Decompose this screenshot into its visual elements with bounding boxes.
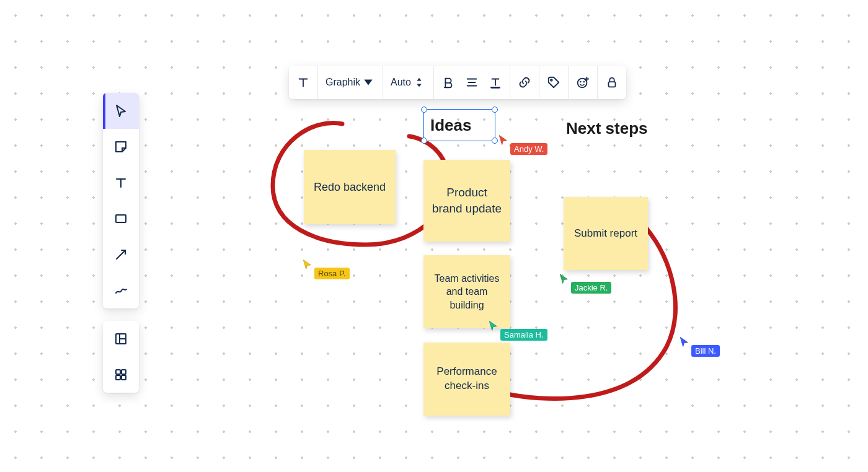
cursor-tool[interactable]	[103, 93, 139, 129]
emoji-button[interactable]	[569, 66, 598, 99]
font-size-label: Auto	[391, 77, 411, 88]
text-format-group	[434, 66, 510, 99]
peer-cursor-jackie: Jackie R.	[559, 273, 611, 294]
cursor-pointer-icon	[679, 336, 690, 347]
sticky-submit-report[interactable]: Submit report	[564, 197, 648, 270]
stepper-arrows-icon	[412, 76, 426, 89]
draw-tool[interactable]	[103, 273, 139, 308]
font-family-dropdown[interactable]: Graphik	[318, 66, 383, 99]
cursor-pointer-icon	[302, 259, 313, 270]
text-icon	[113, 175, 128, 190]
peer-cursor-samalia: Samalia H.	[488, 320, 547, 341]
rectangle-icon	[113, 211, 128, 226]
sticky-product-brand-update[interactable]: Product brand update	[423, 160, 510, 242]
peer-label: Jackie R.	[571, 282, 611, 294]
svg-point-6	[551, 79, 552, 81]
peer-label: Samalia H.	[500, 329, 547, 341]
next-steps-heading[interactable]: Next steps	[566, 119, 648, 138]
apps-tool[interactable]	[103, 357, 139, 393]
emoji-icon	[576, 76, 590, 89]
resize-handle-bl[interactable]	[421, 138, 427, 144]
svg-point-7	[578, 79, 587, 88]
shape-tool[interactable]	[103, 201, 139, 237]
text-tool[interactable]	[103, 165, 139, 201]
bold-button[interactable]	[436, 76, 460, 89]
svg-rect-2	[116, 370, 120, 374]
sticky-team-activities[interactable]: Team activities and team building	[423, 255, 510, 328]
arrow-icon	[113, 247, 128, 262]
link-icon	[518, 76, 531, 89]
sticky-icon	[113, 139, 128, 154]
text-color-icon	[489, 76, 502, 89]
resize-handle-br[interactable]	[492, 138, 498, 144]
tag-icon	[547, 76, 560, 89]
toolbox	[103, 93, 139, 393]
cursor-pointer-icon	[559, 273, 570, 284]
template-tool[interactable]	[103, 321, 139, 357]
tag-button[interactable]	[539, 66, 569, 99]
grid-icon	[113, 367, 128, 382]
svg-rect-0	[116, 215, 126, 222]
scribble-icon	[113, 283, 128, 298]
peer-cursor-andy: Andy W.	[498, 134, 547, 155]
resize-handle-tl[interactable]	[421, 107, 427, 113]
sticky-redo-backend[interactable]: Redo backend	[304, 150, 396, 224]
cursor-pointer-icon	[488, 320, 499, 331]
peer-label: Bill N.	[691, 345, 720, 357]
text-color-button[interactable]	[484, 76, 507, 89]
bold-icon	[441, 76, 455, 89]
peer-cursor-bill: Bill N.	[679, 336, 720, 357]
svg-rect-5	[122, 375, 126, 380]
layout-icon	[113, 331, 128, 346]
ideas-heading[interactable]: Ideas	[430, 110, 489, 141]
line-tool[interactable]	[103, 237, 139, 273]
toolbox-main-panel	[103, 93, 139, 308]
resize-handle-tr[interactable]	[492, 107, 498, 113]
cursor-pointer-icon	[498, 134, 509, 146]
cursor-icon	[113, 103, 128, 118]
font-size-stepper[interactable]: Auto	[383, 66, 434, 99]
align-icon	[465, 76, 479, 89]
svg-rect-10	[608, 82, 615, 87]
link-button[interactable]	[510, 66, 539, 99]
align-button[interactable]	[460, 76, 484, 89]
svg-point-9	[583, 82, 584, 82]
peer-label: Andy W.	[510, 143, 547, 155]
sticky-tool[interactable]	[103, 129, 139, 165]
dropdown-caret-icon	[361, 76, 375, 89]
text-toolbar: Graphik Auto	[289, 66, 626, 99]
peer-cursor-rosa: Rosa P.	[302, 259, 350, 279]
svg-rect-3	[122, 370, 126, 374]
font-family-label: Graphik	[326, 77, 360, 88]
text-t-icon	[296, 76, 310, 89]
text-selection[interactable]: Ideas	[423, 109, 495, 141]
lock-button[interactable]	[598, 66, 626, 99]
svg-point-8	[580, 82, 581, 82]
peer-label: Rosa P.	[314, 268, 350, 279]
text-style-button[interactable]	[289, 66, 318, 99]
toolbox-secondary-panel	[103, 321, 139, 393]
svg-rect-4	[116, 375, 120, 380]
lock-icon	[605, 76, 619, 89]
sticky-performance-checkins[interactable]: Performance check-ins	[423, 343, 510, 416]
